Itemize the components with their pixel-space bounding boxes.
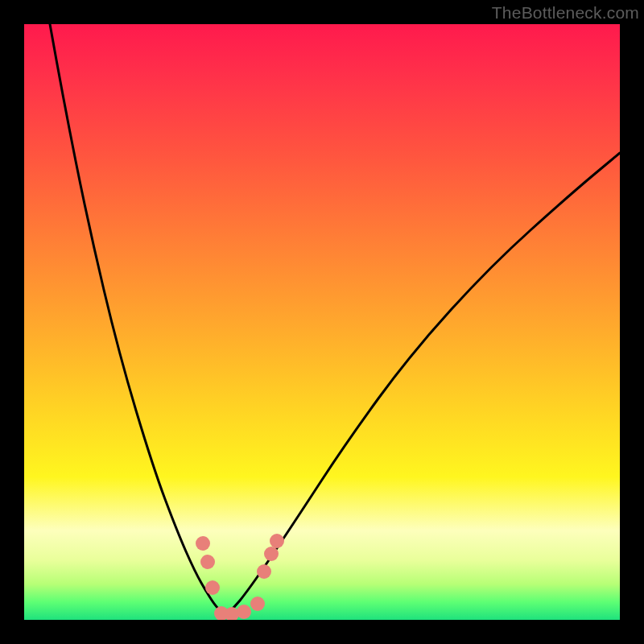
plot-area <box>24 24 620 620</box>
data-dot <box>196 536 210 551</box>
data-dot <box>264 547 279 561</box>
chart-frame: TheBottleneck.com <box>0 0 644 644</box>
curve-left-branch <box>50 24 225 615</box>
data-dot <box>250 597 265 611</box>
data-dots <box>196 534 284 620</box>
curve-layer <box>24 24 620 620</box>
data-dot <box>237 605 251 619</box>
curve-right-branch <box>225 153 620 615</box>
data-dot <box>200 555 215 569</box>
data-dot <box>270 534 284 548</box>
data-dot <box>205 580 220 595</box>
watermark-text: TheBottleneck.com <box>492 3 639 23</box>
data-dot <box>257 564 271 579</box>
